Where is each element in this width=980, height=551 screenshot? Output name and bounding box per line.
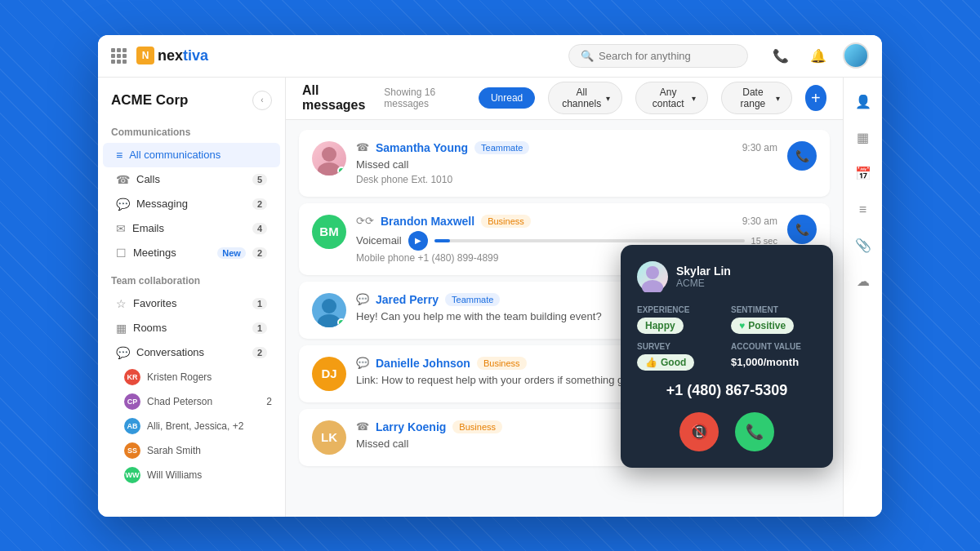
message-type-icon: 💬 (356, 293, 369, 305)
messaging-icon: 💬 (116, 198, 130, 211)
popup-actions: 📵 📞 (637, 412, 817, 451)
chad-label: Chad Peterson (147, 396, 212, 407)
favorites-badge: 1 (252, 298, 267, 309)
sender-name: Brandon Maxwell (381, 215, 474, 228)
call-action-btn[interactable]: 📞 (787, 141, 817, 171)
chevron-down-icon: ▾ (692, 94, 696, 103)
message-body: Missed call (356, 158, 777, 172)
popup-grid: EXPERIENCE Happy SENTIMENT ♥ Positive SU… (637, 305, 817, 371)
all-comms-icon: ≡ (116, 149, 122, 162)
side-icons: 👤 ▦ 📅 ≡ 📎 ☁ (843, 78, 882, 517)
sentiment-label: SENTIMENT (731, 305, 817, 314)
sidebar-item-label: Messaging (136, 198, 246, 210)
popup-company: ACME (676, 278, 731, 289)
sidebar-item-label: Calls (136, 173, 246, 185)
decline-call-btn[interactable]: 📵 (679, 412, 719, 451)
call-type-icon: ☎ (356, 420, 369, 433)
all-channels-filter-btn[interactable]: All channels ▾ (548, 82, 622, 114)
messages-header: All messages Showing 16 messages Unread … (286, 78, 843, 120)
sidebar: ACME Corp ‹ Communications ≡ All communi… (98, 78, 286, 517)
sidebar-item-conversations[interactable]: 💬 Conversations 2 (103, 340, 280, 365)
sidebar-item-label: Emails (132, 222, 246, 234)
sub-item-will[interactable]: WW Will Williams (98, 463, 285, 487)
sentiment-value: ♥ Positive (731, 318, 794, 334)
sidebar-item-label: Rooms (133, 322, 246, 334)
sidebar-item-calls[interactable]: ☎ Calls 5 (103, 167, 280, 192)
meetings-new-badge: New (217, 247, 246, 259)
bell-icon-btn[interactable]: 🔔 (805, 42, 831, 69)
play-btn[interactable]: ▶ (408, 231, 428, 251)
sidebar-item-messaging[interactable]: 💬 Messaging 2 (103, 192, 280, 216)
sub-item-sarah[interactable]: SS Sarah Smith (98, 438, 285, 463)
search-bar[interactable]: 🔍 (568, 44, 748, 68)
clip-side-icon[interactable]: 📎 (849, 231, 878, 260)
experience-label: EXPERIENCE (637, 305, 723, 314)
cloud-side-icon[interactable]: ☁ (849, 267, 878, 296)
sarah-label: Sarah Smith (147, 445, 201, 456)
message-top: ☎ Samantha Young Teammate 9:30 am (356, 141, 777, 154)
collapse-btn[interactable]: ‹ (252, 91, 272, 110)
any-contact-filter-btn[interactable]: Any contact ▾ (635, 82, 708, 114)
top-icons: 📞 🔔 (768, 42, 869, 69)
sidebar-item-all-communications[interactable]: ≡ All communications (103, 143, 280, 167)
popup-name: Skylar Lin (676, 264, 731, 278)
message-time: 9:30 am (742, 216, 777, 227)
add-btn[interactable]: + (805, 85, 826, 111)
chad-badge: 2 (266, 396, 272, 407)
search-icon: 🔍 (581, 50, 594, 62)
message-card-samantha[interactable]: ☎ Samantha Young Teammate 9:30 am Missed… (299, 130, 830, 197)
incoming-call-popup: Skylar Lin ACME EXPERIENCE Happy SENTIME… (621, 245, 833, 468)
jared-avatar (312, 293, 346, 327)
sidebar-item-label: Favorites (133, 297, 246, 309)
call-action-btn[interactable]: 📞 (787, 215, 817, 244)
sidebar-item-emails[interactable]: ✉ Emails 4 (103, 216, 280, 241)
accept-call-btn[interactable]: 📞 (735, 412, 774, 451)
team-collaboration-title: Team collaboration (98, 265, 285, 291)
grid-side-icon[interactable]: ▦ (849, 123, 878, 153)
sub-item-alli[interactable]: AB Alli, Brent, Jessica, +2 (98, 414, 285, 438)
sender-name: Samantha Young (376, 141, 468, 154)
rooms-icon: ▦ (116, 322, 127, 335)
survey-value: 👍 Good (637, 354, 694, 371)
top-bar: N nextiva 🔍 📞 🔔 (98, 35, 882, 78)
conversations-icon: 💬 (116, 346, 130, 359)
survey-label: SURVEY (637, 342, 723, 351)
meetings-badge: 2 (252, 247, 267, 259)
message-time: 9:30 am (742, 142, 777, 153)
sub-item-kristen[interactable]: KR Kristen Rogers (98, 365, 285, 389)
calls-icon: ☎ (116, 173, 130, 186)
calendar-side-icon[interactable]: 📅 (849, 159, 878, 189)
account-value-label: ACCOUNT VALUE (731, 342, 817, 351)
unread-filter-btn[interactable]: Unread (479, 87, 535, 109)
sidebar-item-rooms[interactable]: ▦ Rooms 1 (103, 316, 280, 340)
kristen-label: Kristen Rogers (147, 371, 212, 383)
user-avatar[interactable] (843, 42, 869, 69)
logo: N nextiva (136, 47, 208, 64)
danielle-avatar: DJ (312, 357, 346, 391)
search-input[interactable] (599, 50, 736, 62)
sender-name: Jared Perry (376, 293, 439, 306)
message-content: ☎ Samantha Young Teammate 9:30 am Missed… (356, 141, 777, 185)
grid-menu-icon[interactable] (111, 48, 127, 64)
sentiment-cell: SENTIMENT ♥ Positive (731, 305, 817, 334)
duration-label: 15 sec (751, 236, 777, 246)
meetings-icon: ☐ (116, 247, 127, 260)
sub-item-chad[interactable]: CP Chad Peterson 2 (98, 389, 285, 414)
account-value: $1,000/month (731, 356, 799, 368)
phone-icon-btn[interactable]: 📞 (768, 42, 794, 69)
survey-cell: SURVEY 👍 Good (637, 342, 723, 371)
sidebar-item-favorites[interactable]: ☆ Favorites 1 (103, 291, 280, 316)
sidebar-item-meetings[interactable]: ☐ Meetings New 2 (103, 241, 280, 265)
account-value-cell: ACCOUNT VALUE $1,000/month (731, 342, 817, 371)
progress-bar (434, 239, 745, 242)
list-side-icon[interactable]: ≡ (849, 195, 878, 224)
chevron-down-icon: ▾ (606, 94, 610, 103)
experience-cell: EXPERIENCE Happy (637, 305, 723, 334)
online-indicator (337, 318, 345, 327)
alli-label: Alli, Brent, Jessica, +2 (147, 420, 243, 432)
sidebar-item-label: Conversations (136, 346, 246, 358)
svg-point-5 (642, 280, 663, 292)
person-side-icon[interactable]: 👤 (849, 87, 878, 117)
date-range-filter-btn[interactable]: Date range ▾ (721, 82, 791, 114)
message-top: ⟳⟳ Brandon Maxwell Business 9:30 am (356, 215, 777, 228)
